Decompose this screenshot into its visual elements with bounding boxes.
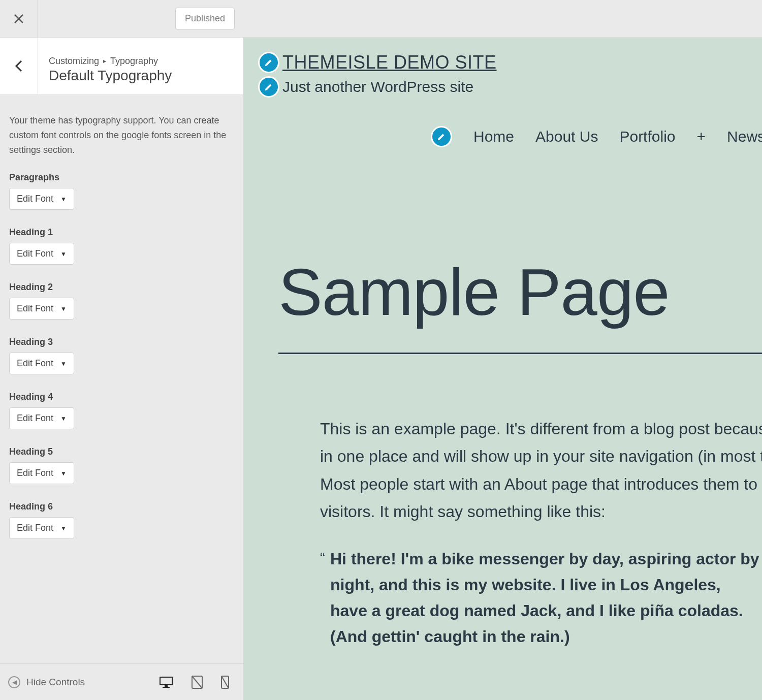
edit-site-title-button[interactable] bbox=[258, 52, 279, 73]
select-text: Edit Font bbox=[17, 358, 53, 369]
breadcrumb: Customizing ▸ Typography Default Typogra… bbox=[38, 38, 243, 94]
close-customizer-button[interactable] bbox=[0, 0, 38, 38]
title-divider bbox=[278, 353, 762, 354]
svg-line-7 bbox=[192, 676, 202, 688]
controls-scroll: Your theme has typography support. You c… bbox=[0, 95, 243, 663]
blockquote: “ Hi there! I'm a bike messenger by day,… bbox=[244, 546, 762, 650]
edit-font-paragraphs[interactable]: Edit Font ▼ bbox=[9, 188, 74, 210]
select-text: Edit Font bbox=[17, 303, 53, 314]
hide-controls-button[interactable]: ◀ Hide Controls bbox=[8, 676, 153, 688]
caret-down-icon: ▼ bbox=[60, 470, 67, 477]
page-paragraph: This is an example page. It's different … bbox=[244, 415, 762, 526]
pencil-icon bbox=[264, 82, 273, 91]
control-label: Heading 4 bbox=[9, 392, 234, 402]
caret-down-icon: ▼ bbox=[60, 305, 67, 312]
pencil-icon bbox=[437, 132, 446, 141]
customizer-sidebar: Customizing ▸ Typography Default Typogra… bbox=[0, 38, 244, 700]
svg-rect-3 bbox=[161, 678, 172, 684]
svg-rect-5 bbox=[163, 687, 170, 688]
page-title: Sample Page bbox=[244, 254, 762, 330]
published-button[interactable]: Published bbox=[175, 8, 235, 29]
control-label: Heading 5 bbox=[9, 447, 234, 457]
device-tablet-button[interactable] bbox=[192, 676, 203, 689]
section-description: Your theme has typography support. You c… bbox=[9, 113, 234, 157]
caret-down-icon: ▼ bbox=[60, 415, 67, 422]
edit-site-tagline-button[interactable] bbox=[258, 76, 279, 98]
breadcrumb-leaf: Typography bbox=[110, 56, 158, 67]
select-text: Edit Font bbox=[17, 523, 53, 533]
back-button[interactable] bbox=[0, 38, 38, 94]
nav-item-news[interactable]: News bbox=[727, 128, 762, 145]
control-label: Paragraphs bbox=[9, 172, 234, 183]
preview-pane: THEMEISLE DEMO SITE Just another WordPre… bbox=[244, 38, 762, 700]
control-label: Heading 3 bbox=[9, 337, 234, 347]
pencil-icon bbox=[264, 58, 273, 67]
customizer-topbar: Published bbox=[0, 0, 762, 38]
control-label: Heading 1 bbox=[9, 227, 234, 238]
edit-font-h6[interactable]: Edit Font ▼ bbox=[9, 517, 74, 539]
quote-text: Hi there! I'm a bike messenger by day, a… bbox=[330, 546, 762, 650]
select-text: Edit Font bbox=[17, 468, 53, 479]
nav-item-portfolio[interactable]: Portfolio bbox=[619, 128, 675, 145]
nav-item-about[interactable]: About Us bbox=[535, 128, 598, 145]
nav-item-home[interactable]: Home bbox=[473, 128, 514, 145]
mobile-icon bbox=[221, 676, 229, 689]
select-text: Edit Font bbox=[17, 194, 53, 204]
edit-font-h5[interactable]: Edit Font ▼ bbox=[9, 462, 74, 484]
section-title: Default Typography bbox=[49, 68, 232, 84]
control-label: Heading 6 bbox=[9, 501, 234, 512]
select-text: Edit Font bbox=[17, 413, 53, 424]
hide-controls-icon: ◀ bbox=[8, 676, 20, 688]
close-icon bbox=[14, 14, 24, 24]
device-mobile-button[interactable] bbox=[221, 676, 229, 689]
hide-controls-label: Hide Controls bbox=[26, 677, 85, 688]
edit-nav-button[interactable] bbox=[431, 126, 452, 147]
site-title-link[interactable]: THEMEISLE DEMO SITE bbox=[282, 52, 497, 73]
svg-rect-4 bbox=[165, 685, 168, 687]
breadcrumb-sep-icon: ▸ bbox=[103, 57, 106, 65]
breadcrumb-root: Customizing bbox=[49, 56, 99, 67]
edit-font-h4[interactable]: Edit Font ▼ bbox=[9, 407, 74, 429]
desktop-icon bbox=[159, 676, 173, 688]
breadcrumb-bar: Customizing ▸ Typography Default Typogra… bbox=[0, 38, 243, 95]
preview-nav: Home About Us Portfolio + News bbox=[258, 126, 748, 147]
edit-font-h3[interactable]: Edit Font ▼ bbox=[9, 353, 74, 374]
site-tagline: Just another WordPress site bbox=[282, 78, 473, 96]
publish-area: Published bbox=[38, 0, 244, 37]
caret-down-icon: ▼ bbox=[60, 250, 67, 258]
caret-down-icon: ▼ bbox=[60, 196, 67, 203]
customizer-footer: ◀ Hide Controls bbox=[0, 663, 243, 700]
device-desktop-button[interactable] bbox=[159, 676, 173, 689]
control-label: Heading 2 bbox=[9, 282, 234, 293]
tablet-icon bbox=[192, 676, 203, 689]
quote-mark-icon: “ bbox=[320, 549, 325, 650]
caret-down-icon: ▼ bbox=[60, 525, 67, 532]
svg-line-9 bbox=[221, 676, 229, 688]
select-text: Edit Font bbox=[17, 248, 53, 259]
edit-font-h1[interactable]: Edit Font ▼ bbox=[9, 243, 74, 265]
caret-down-icon: ▼ bbox=[60, 360, 67, 367]
chevron-left-icon bbox=[14, 59, 23, 73]
nav-add-icon[interactable]: + bbox=[697, 128, 706, 145]
edit-font-h2[interactable]: Edit Font ▼ bbox=[9, 298, 74, 320]
